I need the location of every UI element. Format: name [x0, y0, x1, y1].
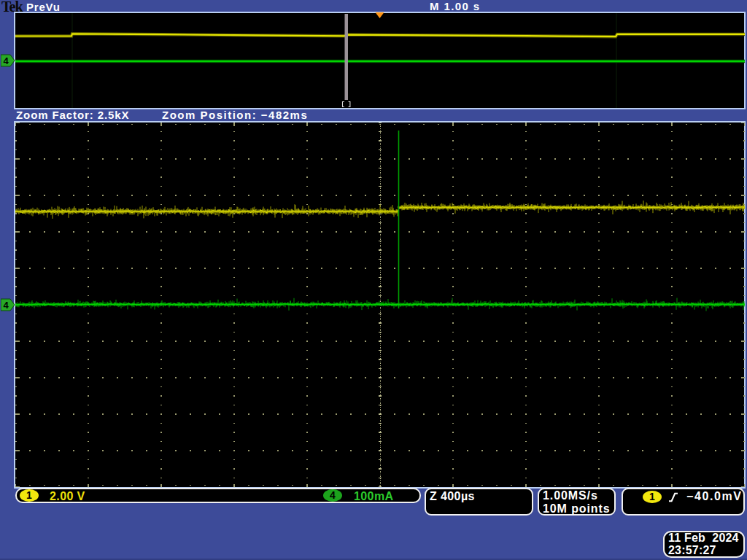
svg-text:4: 4: [3, 300, 9, 311]
svg-text:4: 4: [3, 55, 9, 66]
